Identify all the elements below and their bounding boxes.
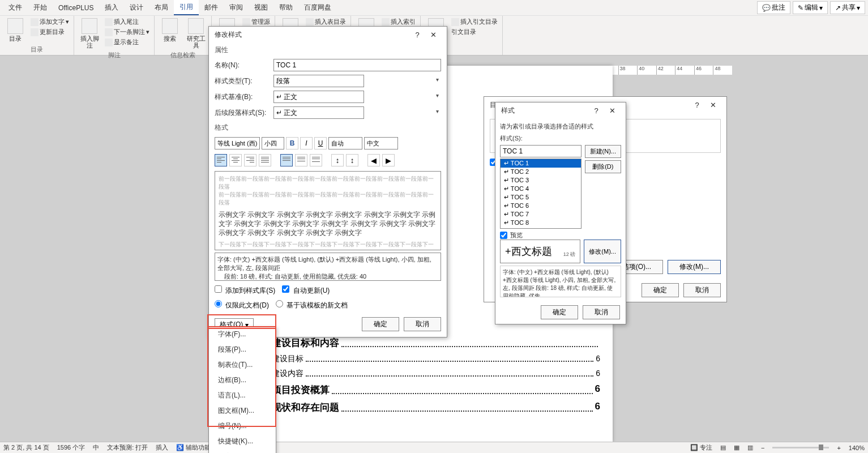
- space-before-dec-button[interactable]: ↕: [346, 154, 358, 166]
- zoom-in-button[interactable]: +: [837, 445, 840, 451]
- style-item[interactable]: ↵ TOC 4: [501, 185, 581, 193]
- view-web-icon[interactable]: ▥: [747, 444, 753, 451]
- status-lang[interactable]: 中: [93, 443, 99, 452]
- status-focus[interactable]: 🔲 专注: [690, 443, 712, 452]
- align-right-button[interactable]: [244, 154, 256, 166]
- menu-insert[interactable]: 插入: [99, 1, 124, 15]
- toc-line[interactable]: 5.1建设目标6: [249, 354, 600, 364]
- format-menu-item[interactable]: 制表位(T)...: [209, 357, 276, 373]
- style-list[interactable]: ↵ TOC 1↵ TOC 2↵ TOC 3↵ TOC 4↵ TOC 5↵ TOC…: [500, 159, 581, 229]
- style-next-select[interactable]: [273, 106, 364, 119]
- modify-cancel-button[interactable]: 取消: [404, 317, 441, 331]
- style-current-input[interactable]: [500, 145, 581, 157]
- indent-dec-button[interactable]: ◀: [367, 154, 380, 166]
- zoom-out-button[interactable]: −: [761, 445, 764, 451]
- only-doc-radio[interactable]: 仅限此文档(D): [215, 300, 269, 310]
- format-menu-item[interactable]: 编号(N)...: [209, 418, 276, 434]
- font-family-select[interactable]: [215, 137, 260, 149]
- insert-index-button[interactable]: 插入索引: [380, 17, 417, 27]
- underline-button[interactable]: U: [314, 137, 327, 149]
- style-item[interactable]: ↵ TOC 3: [501, 176, 581, 185]
- format-menu-item[interactable]: 快捷键(K)...: [209, 434, 276, 449]
- toc-line[interactable]: 建设目标和内容: [249, 336, 600, 349]
- spacing-1-button[interactable]: [280, 154, 293, 166]
- next-footnote-button[interactable]: 下一条脚注 ▾: [104, 27, 151, 37]
- format-menu-item[interactable]: 段落(P)...: [209, 342, 276, 357]
- status-words[interactable]: 1596 个字: [57, 443, 85, 452]
- menu-baidu[interactable]: 百度网盘: [298, 1, 337, 15]
- format-menu-item[interactable]: 文字效果(E)...: [209, 449, 276, 453]
- menu-view[interactable]: 视图: [249, 1, 273, 15]
- template-radio[interactable]: 基于该模板的新文档: [276, 300, 348, 310]
- style-help-icon[interactable]: ?: [588, 106, 604, 115]
- preview-checkbox[interactable]: [500, 232, 507, 239]
- toc-ok-button[interactable]: 确定: [642, 283, 679, 297]
- view-read-icon[interactable]: ▤: [720, 444, 726, 451]
- insert-footnote-button[interactable]: 插入脚注: [78, 17, 101, 50]
- toc-cancel-button[interactable]: 取消: [683, 283, 721, 297]
- style-close-icon[interactable]: ✕: [604, 106, 620, 115]
- menu-mail[interactable]: 邮件: [199, 1, 224, 15]
- toc-close-icon[interactable]: ✕: [705, 101, 721, 109]
- insert-toa-button[interactable]: 插入引文目录: [450, 17, 499, 27]
- share-button[interactable]: ↗ 共享 ▾: [830, 1, 865, 14]
- add-to-lib-checkbox[interactable]: 添加到样式库(S): [215, 285, 275, 296]
- zoom-level[interactable]: 140%: [849, 445, 865, 451]
- add-text-button[interactable]: 添加文字 ▾: [29, 17, 70, 27]
- toc-button[interactable]: 目录: [3, 17, 27, 43]
- show-notes-button[interactable]: 显示备注: [104, 37, 151, 47]
- search-button[interactable]: 搜索: [158, 17, 182, 43]
- spacing-2-button[interactable]: [310, 154, 322, 166]
- menu-layout[interactable]: 布局: [149, 1, 174, 15]
- format-menu-item[interactable]: 语言(L)...: [209, 388, 276, 403]
- menu-design[interactable]: 设计: [124, 1, 149, 15]
- font-color-select[interactable]: [328, 137, 362, 149]
- spacing-15-button[interactable]: [295, 154, 307, 166]
- format-menu-item[interactable]: 图文框(M)...: [209, 403, 276, 418]
- align-center-button[interactable]: [229, 154, 242, 166]
- style-type-select[interactable]: [273, 75, 364, 87]
- status-page[interactable]: 第 2 页, 共 14 页: [3, 443, 49, 452]
- edit-button[interactable]: ✎ 编辑 ▾: [793, 1, 828, 14]
- toc-line[interactable]: 2现状和存在问题6: [249, 401, 600, 414]
- bold-button[interactable]: B: [286, 137, 298, 149]
- style-modify-button[interactable]: 修改(M)...: [584, 240, 621, 263]
- status-insert[interactable]: 插入: [156, 443, 168, 452]
- menu-officeplus[interactable]: OfficePLUS: [53, 2, 99, 14]
- style-ok-button[interactable]: 确定: [541, 305, 578, 319]
- format-menu-item[interactable]: 字体(F)...: [209, 327, 276, 342]
- style-cancel-button[interactable]: 取消: [583, 305, 620, 319]
- insert-tof-button[interactable]: 插入表目录: [305, 17, 347, 27]
- style-item[interactable]: ↵ TOC 9: [501, 227, 581, 229]
- font-lang-select[interactable]: [364, 137, 398, 149]
- view-print-icon[interactable]: ▦: [734, 444, 739, 451]
- auto-update-checkbox[interactable]: 自动更新(U): [282, 285, 330, 296]
- style-item[interactable]: ↵ TOC 7: [501, 210, 581, 219]
- update-toc-button[interactable]: 更新目录: [29, 27, 70, 37]
- toc-line[interactable]: 项目投资概算6: [249, 383, 600, 396]
- modify-help-icon[interactable]: ?: [409, 31, 425, 39]
- style-new-button[interactable]: 新建(N)...: [585, 145, 621, 158]
- menu-review[interactable]: 审阅: [224, 1, 249, 15]
- space-before-inc-button[interactable]: ↕: [331, 154, 344, 166]
- style-delete-button[interactable]: 删除(D): [585, 160, 621, 173]
- style-item[interactable]: ↵ TOC 5: [501, 193, 581, 202]
- font-size-select[interactable]: [262, 137, 284, 149]
- align-justify-button[interactable]: [259, 154, 271, 166]
- modify-ok-button[interactable]: 确定: [362, 317, 399, 331]
- status-text-predict[interactable]: 文本预测: 打开: [107, 443, 148, 452]
- comments-button[interactable]: 💬 批注: [757, 1, 790, 14]
- zoom-slider[interactable]: [772, 447, 829, 448]
- format-menu-item[interactable]: 边框(B)...: [209, 373, 276, 388]
- style-item[interactable]: ↵ TOC 8: [501, 219, 581, 227]
- menu-home[interactable]: 开始: [28, 1, 53, 15]
- document-content[interactable]: 建设目标和内容5.1建设目标65.2建设内容6项目投资概算62现状和存在问题6: [249, 332, 600, 418]
- indent-inc-button[interactable]: ▶: [382, 154, 395, 166]
- researcher-button[interactable]: 研究工具: [184, 17, 208, 50]
- menu-references[interactable]: 引用: [174, 0, 199, 15]
- style-item[interactable]: ↵ TOC 6: [501, 202, 581, 210]
- align-left-button[interactable]: [215, 154, 227, 166]
- modify-close-icon[interactable]: ✕: [425, 31, 441, 39]
- italic-button[interactable]: I: [300, 137, 313, 149]
- manage-sources-button[interactable]: 管理源: [241, 17, 271, 27]
